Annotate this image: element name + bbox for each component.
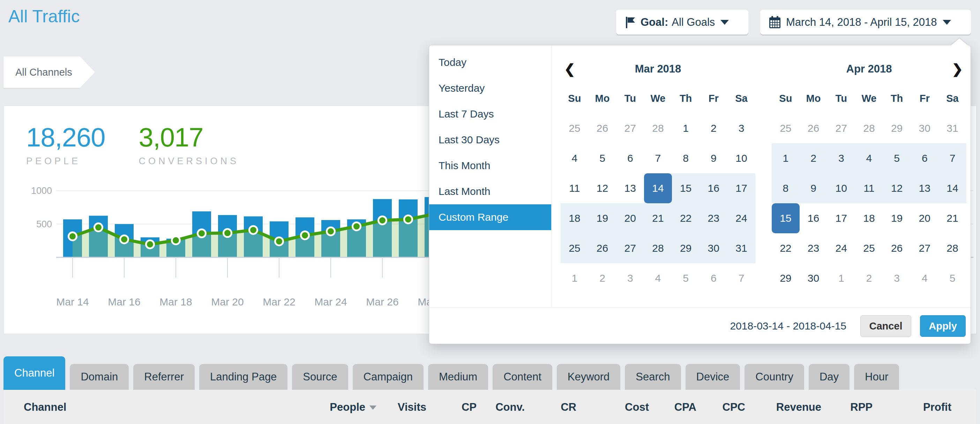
calendar-day[interactable]: 5 [883,143,911,173]
calendar-day[interactable]: 25 [772,113,800,143]
calendar-day[interactable]: 21 [644,203,672,233]
calendar-day[interactable]: 8 [772,173,800,203]
calendar-day[interactable]: 10 [827,173,855,203]
calendar-day[interactable]: 22 [672,203,700,233]
calendar-day-selected[interactable]: 14 [644,173,672,203]
column-header-revenue[interactable]: Revenue [745,401,821,413]
column-header-cr[interactable]: CR [525,401,576,413]
preset-yesterday[interactable]: Yesterday [429,75,551,101]
calendar-day[interactable]: 6 [700,263,727,293]
calendar-day[interactable]: 27 [616,233,644,263]
calendar-day[interactable]: 10 [727,143,755,173]
calendar-day[interactable]: 2 [800,143,827,173]
calendar-day[interactable]: 25 [855,233,883,263]
calendar-day[interactable]: 26 [589,233,616,263]
tab-source[interactable]: Source [292,364,348,390]
tab-campaign[interactable]: Campaign [353,364,423,390]
tab-keyword[interactable]: Keyword [557,364,620,390]
calendar-day[interactable]: 18 [561,203,589,233]
calendar-day[interactable]: 27 [911,233,939,263]
column-header-cpc[interactable]: CPC [696,401,745,413]
calendar-day[interactable]: 4 [561,143,589,173]
calendar-day[interactable]: 5 [589,143,616,173]
calendar-day[interactable]: 25 [561,113,589,143]
calendar-day[interactable]: 3 [827,143,855,173]
calendar-day[interactable]: 30 [700,233,727,263]
calendar-day[interactable]: 28 [855,113,883,143]
column-header-rpp[interactable]: RPP [821,401,873,413]
calendar-day[interactable]: 16 [800,203,827,233]
calendar-day[interactable]: 23 [700,203,727,233]
calendar-day[interactable]: 30 [800,263,827,293]
calendar-day[interactable]: 29 [672,233,700,263]
calendar-day[interactable]: 29 [772,263,800,293]
calendar-day[interactable]: 3 [727,113,755,143]
calendar-day[interactable]: 30 [911,113,939,143]
calendar-day[interactable]: 6 [616,143,644,173]
calendar-day[interactable]: 31 [727,233,755,263]
column-header-cp[interactable]: CP [426,401,477,413]
calendar-day[interactable]: 4 [855,143,883,173]
tab-channel[interactable]: Channel [3,356,65,390]
apply-button[interactable]: Apply [920,315,966,337]
calendar-day[interactable]: 6 [911,143,939,173]
calendar-day[interactable]: 5 [939,263,966,293]
calendar-day[interactable]: 2 [589,263,616,293]
tab-hour[interactable]: Hour [854,364,899,390]
calendar-day[interactable]: 12 [589,173,616,203]
calendar-day[interactable]: 26 [589,113,616,143]
next-month-icon[interactable]: ❯ [952,59,963,79]
calendar-day[interactable]: 1 [827,263,855,293]
column-header-visits[interactable]: Visits [376,401,426,413]
calendar-day[interactable]: 28 [939,233,966,263]
preset-last-7-days[interactable]: Last 7 Days [429,101,551,127]
tab-domain[interactable]: Domain [70,364,129,390]
calendar-day[interactable]: 2 [855,263,883,293]
calendar-day[interactable]: 7 [644,143,672,173]
calendar-day[interactable]: 4 [911,263,939,293]
column-header-people[interactable]: People [286,401,376,413]
calendar-day[interactable]: 26 [800,113,827,143]
tab-content[interactable]: Content [493,364,552,390]
calendar-day[interactable]: 18 [855,203,883,233]
column-header-cpa[interactable]: CPA [649,401,696,413]
calendar-day[interactable]: 14 [939,173,966,203]
calendar-day[interactable]: 16 [700,173,727,203]
calendar-day[interactable]: 15 [672,173,700,203]
calendar-day[interactable]: 9 [800,173,827,203]
calendar-day[interactable]: 2 [700,113,727,143]
goal-dropdown-button[interactable]: Goal: All Goals [616,10,748,35]
column-header-channel[interactable]: Channel [3,401,286,413]
calendar-day[interactable]: 17 [827,203,855,233]
calendar-day[interactable]: 29 [883,113,911,143]
calendar-day[interactable]: 1 [772,143,800,173]
calendar-day[interactable]: 3 [616,263,644,293]
prev-month-icon[interactable]: ❮ [564,59,575,79]
column-header-cost[interactable]: Cost [576,401,649,413]
calendar-day[interactable]: 11 [561,173,589,203]
preset-last-month[interactable]: Last Month [429,178,551,204]
calendar-day[interactable]: 13 [911,173,939,203]
calendar-day[interactable]: 24 [727,203,755,233]
calendar-day[interactable]: 31 [939,113,966,143]
preset-today[interactable]: Today [429,49,551,75]
calendar-day[interactable]: 28 [644,233,672,263]
tab-day[interactable]: Day [809,364,850,390]
calendar-day[interactable]: 28 [644,113,672,143]
calendar-day[interactable]: 23 [800,233,827,263]
calendar-day[interactable]: 27 [616,113,644,143]
column-header-profit[interactable]: Profit [873,401,951,413]
calendar-day[interactable]: 19 [883,203,911,233]
calendar-day[interactable]: 1 [561,263,589,293]
calendar-day[interactable]: 1 [672,113,700,143]
calendar-day[interactable]: 11 [855,173,883,203]
calendar-day[interactable]: 4 [644,263,672,293]
calendar-day[interactable]: 7 [939,143,966,173]
tab-medium[interactable]: Medium [428,364,488,390]
calendar-day-selected[interactable]: 15 [772,203,800,233]
calendar-day[interactable]: 26 [883,233,911,263]
preset-custom-range[interactable]: Custom Range [429,204,551,230]
calendar-day[interactable]: 24 [827,233,855,263]
calendar-day[interactable]: 22 [772,233,800,263]
tab-referrer[interactable]: Referrer [133,364,195,390]
